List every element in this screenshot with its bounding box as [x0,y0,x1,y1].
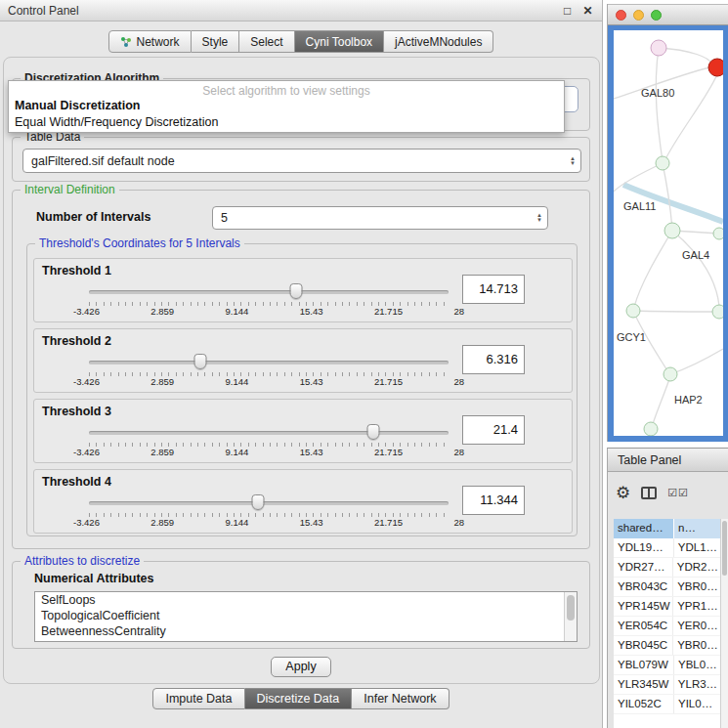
table-cell[interactable]: YER0… [673,617,721,635]
threshold-3-value-field[interactable]: 21.4 [462,415,525,445]
tab-network[interactable]: Network [108,30,192,53]
slider-tick-label: 2.859 [150,376,174,387]
tab-network-label: Network [137,35,180,49]
threshold-1-value-field[interactable]: 14.713 [462,275,525,304]
algorithm-option-manual[interactable]: Manual Discretization [9,98,564,114]
tab-style[interactable]: Style [192,30,240,53]
table-row[interactable]: YBR043CYBR0… [614,578,721,597]
close-traffic-light-icon[interactable] [616,10,626,21]
list-item[interactable]: BetweennessCentrality [35,623,577,639]
slider-thumb[interactable] [251,494,264,510]
attributes-list-scrollbar[interactable] [564,592,577,641]
table-cell[interactable]: YPR145W [614,597,673,616]
table-row[interactable]: YIL052CYIL0… [614,695,721,714]
node-table: shared… n… YDL19…YDL1…YDR27…YDR2…YBR043C… [614,519,721,728]
minimize-traffic-light-icon[interactable] [633,10,644,21]
tab-impute-data[interactable]: Impute Data [152,688,244,709]
network-node[interactable] [651,40,666,56]
table-data-combo[interactable]: galFiltered.sif default node ▲▼ [22,149,581,173]
table-cell[interactable]: YDL19… [614,538,674,557]
tab-select[interactable]: Select [239,30,294,53]
column-header-shared-name[interactable]: shared… [614,519,674,538]
threshold-1-slider[interactable] [89,282,449,300]
slider-tick-label: 15.43 [300,517,323,528]
network-node[interactable] [708,59,723,76]
list-item[interactable]: TopologicalCoefficient [35,608,577,623]
table-cell[interactable]: YBR043C [614,578,673,596]
network-icon [120,36,132,48]
slider-thumb[interactable] [290,283,303,299]
gear-icon[interactable]: ⚙ [616,485,630,501]
threshold-3-slider[interactable] [89,423,449,441]
network-node[interactable] [664,367,677,381]
table-row[interactable]: YDR27…YDR2… [614,558,721,578]
table-row[interactable]: YER054CYER0… [614,617,721,636]
zoom-traffic-light-icon[interactable] [651,10,662,21]
column-header-name[interactable]: n… [674,519,721,538]
slider-tick-label: 15.43 [300,447,323,457]
network-node[interactable] [713,228,723,239]
table-cell[interactable]: YIL0… [674,695,716,713]
network-node[interactable] [644,422,658,436]
table-cell[interactable]: YDR2… [673,558,721,577]
network-canvas[interactable]: GAL80GAL11GAL4GCY1HAP2 [614,30,723,436]
table-cell[interactable]: YER054C [614,617,673,635]
bottom-tabs: Impute Data Discretize Data Infer Networ… [0,688,602,709]
table-row[interactable]: YLR345WYLR3… [614,675,721,695]
tab-cyni-toolbox[interactable]: Cyni Toolbox [295,30,384,53]
table-row[interactable]: YPR145WYPR1… [614,597,721,617]
table-cell[interactable]: YBR0… [673,636,721,655]
table-row[interactable]: YDL19…YDL1… [614,538,721,558]
checkbox-icons[interactable]: ☑☑ [667,487,689,499]
slider-tick-label: -3.426 [73,306,100,317]
tab-jactivemnodules[interactable]: jActiveMNodules [384,30,493,53]
slider-thumb[interactable] [366,424,379,440]
threshold-4-value-field[interactable]: 11.344 [462,486,525,515]
attributes-list[interactable]: SelfLoops TopologicalCoefficient Between… [34,591,578,642]
float-window-icon[interactable]: □ [561,4,574,18]
algorithm-placeholder-option[interactable]: Select algorithm to view settings [9,81,564,98]
table-cell[interactable]: YDR27… [614,558,673,577]
table-scrollbar[interactable] [720,519,728,728]
number-of-intervals-combo[interactable]: 5 ▲▼ [212,206,548,230]
slider-tick-labels: -3.4262.8599.14415.4321.71528 [73,447,464,457]
table-cell[interactable]: YBL0… [674,656,721,674]
scrollbar-thumb[interactable] [722,521,727,576]
network-node[interactable] [712,305,723,319]
table-panel: Table Panel ⚙ ☑☑ shared… n… YDL19…YDL1…Y… [607,448,728,728]
table-cell[interactable]: YIL052C [614,695,674,713]
table-cell[interactable]: YBR045C [614,636,673,655]
threshold-4-panel: Threshold 4 -3.4262.8599.14415.4321.7152… [33,469,573,534]
threshold-2-slider[interactable] [89,353,449,370]
network-node[interactable] [664,223,680,238]
slider-thumb[interactable] [194,354,207,369]
table-row[interactable]: YBR045CYBR0… [614,636,721,656]
table-cell[interactable]: YPR1… [673,597,721,616]
algorithm-option-equal-width[interactable]: Equal Width/Frequency Discretization [9,114,564,131]
threshold-2-value-field[interactable]: 6.316 [462,345,525,374]
slider-track [89,431,449,435]
table-cell[interactable]: YDL1… [674,538,721,557]
list-item[interactable]: SelfLoops [35,592,577,608]
table-cell[interactable]: YLR3… [674,675,721,694]
network-node[interactable] [656,156,669,170]
network-node[interactable] [626,304,640,318]
table-cell[interactable]: YLR345W [614,675,674,694]
columns-icon[interactable] [641,487,657,499]
tab-discretize-data[interactable]: Discretize Data [245,688,353,709]
threshold-4-slider[interactable] [89,493,449,511]
table-cell[interactable]: YBL079W [614,656,674,674]
network-node-label: GAL11 [623,200,656,212]
tab-discretize-data-label: Discretize Data [257,692,340,706]
table-cell[interactable]: YBR0… [673,578,721,596]
tab-infer-network[interactable]: Infer Network [352,688,449,709]
slider-tick-label: 9.144 [226,447,249,457]
table-row[interactable]: YBL079WYBL0… [614,656,721,675]
close-icon[interactable]: ✕ [581,4,594,18]
scrollbar-thumb[interactable] [567,595,575,621]
slider-tick-label: 28 [453,306,464,317]
apply-button[interactable]: Apply [271,657,331,677]
threshold-2-label: Threshold 2 [42,334,111,348]
thresholds-group-title: Threshold's Coordinates for 5 Intervals [35,236,244,250]
table-rows: YDL19…YDL1…YDR27…YDR2…YBR043CYBR0…YPR145… [614,538,721,714]
